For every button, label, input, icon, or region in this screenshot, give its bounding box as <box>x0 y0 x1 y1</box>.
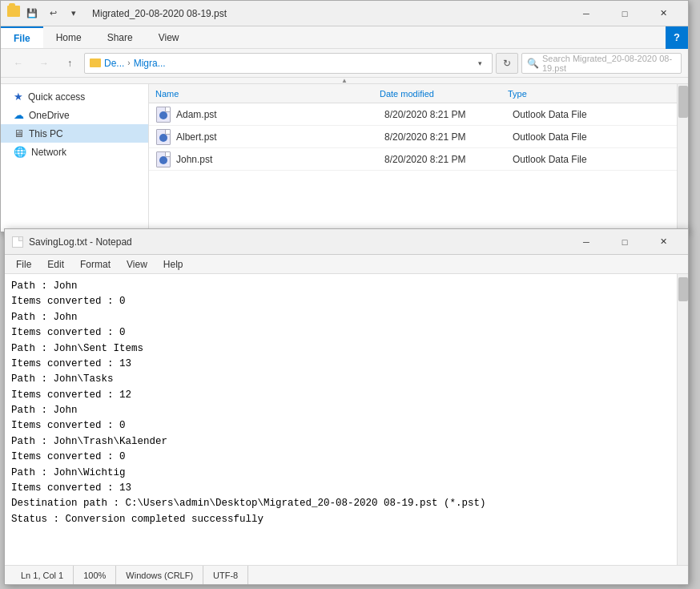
ribbon: File Home Share View ? <box>1 26 688 49</box>
notepad-app-icon <box>11 236 24 248</box>
address-part-2: Migra... <box>134 58 166 69</box>
ribbon-tab-view[interactable]: View <box>146 26 192 48</box>
quick-access-toolbar: 💾 ↩ ▾ <box>7 5 82 22</box>
explorer-title-bar: 💾 ↩ ▾ Migrated_20-08-2020 08-19.pst ─ □ … <box>1 1 688 26</box>
column-type[interactable]: Type <box>508 89 670 99</box>
column-date[interactable]: Date modified <box>380 89 508 99</box>
explorer-window: 💾 ↩ ▾ Migrated_20-08-2020 08-19.pst ─ □ … <box>0 0 689 232</box>
sidebar: ★ Quick access ☁ OneDrive 🖥 This PC 🌐 Ne… <box>1 84 149 232</box>
address-dropdown-arrow[interactable]: ▾ <box>473 59 487 67</box>
sidebar-item-this-pc[interactable]: 🖥 This PC <box>1 124 148 143</box>
file-type-adam: Outlook Data File <box>513 109 670 120</box>
network-icon: 🌐 <box>14 146 26 158</box>
back-btn[interactable]: ← <box>7 52 30 75</box>
nav-bar: ← → ↑ De... › Migra... ▾ ↻ 🔍 Search Migr… <box>1 49 688 78</box>
notepad-close-btn[interactable]: ✕ <box>645 229 682 255</box>
notepad-title-text: SavingLog.txt - Notepad <box>29 236 568 248</box>
file-name-adam: Adam.pst <box>176 109 384 120</box>
refresh-btn[interactable]: ↻ <box>496 53 518 74</box>
explorer-title-text: Migrated_20-08-2020 08-19.pst <box>92 8 568 19</box>
menu-format[interactable]: Format <box>72 255 119 273</box>
file-icon-adam <box>155 107 171 123</box>
file-icon-john <box>155 151 171 167</box>
notepad-window: SavingLog.txt - Notepad ─ □ ✕ File Edit … <box>4 228 689 585</box>
status-position: Ln 1, Col 1 <box>11 566 74 584</box>
collapse-chevron-icon: ▲ <box>341 77 348 84</box>
sidebar-label-onedrive: OneDrive <box>29 110 70 121</box>
file-list-header: Name Date modified Type <box>149 84 677 103</box>
ribbon-tab-file[interactable]: File <box>1 26 43 48</box>
file-name-albert: Albert.pst <box>176 131 384 143</box>
file-type-john: Outlook Data File <box>513 154 670 165</box>
menu-help[interactable]: Help <box>155 255 191 273</box>
sidebar-item-onedrive[interactable]: ☁ OneDrive <box>1 106 148 124</box>
menu-view[interactable]: View <box>119 255 155 273</box>
explorer-app-icon <box>7 5 20 18</box>
explorer-maximize-btn[interactable]: □ <box>606 1 643 26</box>
ribbon-tab-home[interactable]: Home <box>43 26 95 48</box>
file-date-albert: 8/20/2020 8:21 PM <box>384 131 513 143</box>
up-btn[interactable]: ↑ <box>58 52 81 75</box>
notepad-title-bar: SavingLog.txt - Notepad ─ □ ✕ <box>5 229 688 255</box>
column-name[interactable]: Name <box>155 89 380 99</box>
address-bar[interactable]: De... › Migra... ▾ <box>84 53 493 74</box>
explorer-close-btn[interactable]: ✕ <box>645 1 682 26</box>
file-icon-albert <box>155 129 171 145</box>
status-zoom: 100% <box>74 566 116 584</box>
ribbon-help-btn[interactable]: ? <box>666 26 688 49</box>
pc-icon: 🖥 <box>14 127 24 139</box>
forward-btn[interactable]: → <box>33 52 55 75</box>
search-box[interactable]: 🔍 Search Migrated_20-08-2020 08-19.pst <box>521 53 682 74</box>
table-row[interactable]: Albert.pst 8/20/2020 8:21 PM Outlook Dat… <box>149 126 677 148</box>
file-list: Name Date modified Type Adam.pst 8/20/20… <box>149 84 677 232</box>
table-row[interactable]: Adam.pst 8/20/2020 8:21 PM Outlook Data … <box>149 103 677 126</box>
sidebar-label-network: Network <box>31 147 66 158</box>
table-row[interactable]: John.pst 8/20/2020 8:21 PM Outlook Data … <box>149 148 677 171</box>
notepad-scrollbar[interactable] <box>677 274 688 565</box>
menu-file[interactable]: File <box>8 255 39 273</box>
notepad-menu: File Edit Format View Help <box>5 255 688 274</box>
sidebar-label-quick-access: Quick access <box>28 91 85 103</box>
notepad-scrollbar-thumb[interactable] <box>678 277 688 301</box>
explorer-window-controls: ─ □ ✕ <box>568 1 682 26</box>
explorer-body: ★ Quick access ☁ OneDrive 🖥 This PC 🌐 Ne… <box>1 84 688 232</box>
explorer-minimize-btn[interactable]: ─ <box>568 1 605 26</box>
address-chevron-1: › <box>127 58 130 67</box>
file-name-john: John.pst <box>176 154 384 165</box>
notepad-maximize-btn[interactable]: □ <box>606 229 643 255</box>
notepad-statusbar: Ln 1, Col 1 100% Windows (CRLF) UTF-8 <box>5 565 688 584</box>
cloud-icon: ☁ <box>14 109 24 121</box>
sidebar-label-this-pc: This PC <box>29 128 63 139</box>
collapse-bar[interactable]: ▲ <box>1 78 688 84</box>
address-part-1: De... <box>104 58 124 69</box>
star-icon: ★ <box>14 91 23 103</box>
qat-undo-btn[interactable]: ↩ <box>44 5 62 22</box>
status-encoding: UTF-8 <box>203 566 248 584</box>
scrollbar-thumb[interactable] <box>678 86 688 118</box>
file-date-john: 8/20/2020 8:21 PM <box>384 154 513 165</box>
notepad-minimize-btn[interactable]: ─ <box>568 229 605 255</box>
ribbon-tab-share[interactable]: Share <box>95 26 146 48</box>
file-date-adam: 8/20/2020 8:21 PM <box>384 109 513 120</box>
qat-save-btn[interactable]: 💾 <box>23 5 41 22</box>
address-folder-icon <box>90 58 101 67</box>
status-line-ending: Windows (CRLF) <box>116 566 203 584</box>
notepad-text-content[interactable]: Path : John Items converted : 0 Path : J… <box>5 274 677 565</box>
explorer-scrollbar[interactable] <box>677 84 688 232</box>
notepad-content-area: Path : John Items converted : 0 Path : J… <box>5 274 688 565</box>
menu-edit[interactable]: Edit <box>39 255 72 273</box>
notepad-window-controls: ─ □ ✕ <box>568 229 682 255</box>
sidebar-item-network[interactable]: 🌐 Network <box>1 143 148 161</box>
search-icon: 🔍 <box>527 58 539 69</box>
sidebar-item-quick-access[interactable]: ★ Quick access <box>1 87 148 106</box>
qat-dropdown-btn[interactable]: ▾ <box>65 5 82 22</box>
search-placeholder: Search Migrated_20-08-2020 08-19.pst <box>542 54 676 73</box>
file-type-albert: Outlook Data File <box>513 131 670 143</box>
